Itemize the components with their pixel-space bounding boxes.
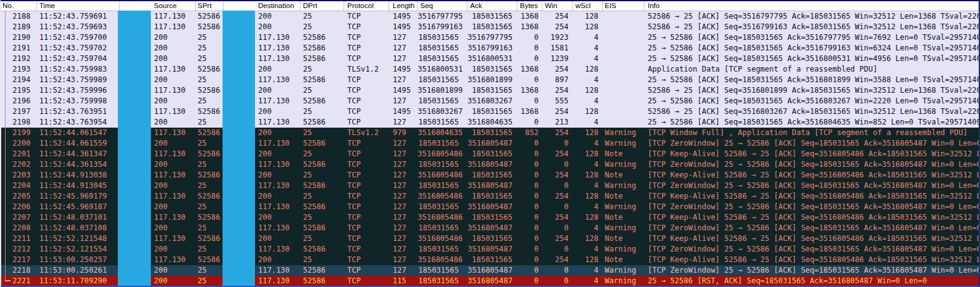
column-header-source[interactable]: Source	[120, 1, 196, 11]
cell-ack: 185031565	[468, 22, 517, 32]
column-header-protocol[interactable]: Protocol	[344, 1, 389, 11]
cell-dprt: 52586	[300, 181, 344, 191]
cell-dprt: 52586	[300, 276, 344, 286]
cell-dprt: 25	[300, 255, 344, 265]
cell-protocol: TCP	[344, 11, 389, 22]
cell-dprt: 25	[300, 149, 344, 159]
cell-seq: 3516804635	[418, 128, 468, 138]
cell-win: 897	[542, 75, 573, 85]
cell-win: 254	[542, 149, 573, 159]
cell-sprt: 25	[196, 265, 224, 276]
cell-info: 52586 → 25 [ACK] Seq=3516803267 Ack=1850…	[645, 106, 979, 117]
cell-no: 2217	[1, 255, 37, 265]
cell-dprt: 52586	[300, 265, 344, 276]
cell-wscl: 128	[573, 128, 603, 138]
column-header-wscl[interactable]: wScl	[573, 1, 603, 11]
cell-bytes: 0	[517, 212, 542, 223]
cell-dprt: 25	[300, 212, 344, 223]
cell-length: 127	[389, 244, 418, 255]
cell-info: 25 → 52586 [RST, ACK] Seq=185031565 Ack=…	[645, 276, 979, 286]
cell-wscl: 4	[573, 75, 603, 85]
column-header-info[interactable]: Info	[645, 1, 979, 11]
cell-protocol: TCP	[344, 32, 389, 43]
cell-length: 127	[389, 255, 418, 265]
cell-eis	[603, 106, 645, 117]
cell-sprt: 25	[196, 159, 224, 170]
cell-dprt: 52586	[300, 54, 344, 64]
cell-protocol: TCP	[344, 255, 389, 265]
cell-ack: 3516805487	[468, 202, 517, 212]
cell-info: [TCP Keep-Alive] 52586 → 25 [ACK] Seq=35…	[645, 233, 979, 244]
cell-dprt: 25	[300, 170, 344, 181]
cell-seq: 185031565	[418, 223, 468, 233]
column-header-no[interactable]: No.	[1, 1, 37, 11]
cell-length: 127	[389, 202, 418, 212]
packet-list-window: No.TimeSourceSPrtDestinationDPrtProtocol…	[0, 0, 980, 287]
column-header-time[interactable]: Time	[37, 1, 120, 11]
cell-bytes: 1368	[517, 64, 542, 75]
cell-time: 11:52:43.763954	[37, 117, 120, 128]
column-header-sprt[interactable]: SPrt	[196, 1, 224, 11]
cell-eis	[603, 54, 645, 64]
cell-ack: 3516805487	[468, 223, 517, 233]
related-packets-line-end	[5, 280, 11, 281]
cell-protocol: TCP	[344, 202, 389, 212]
redaction-bar-source	[118, 11, 151, 286]
cell-seq: 185031565	[418, 32, 468, 43]
cell-protocol: TCP	[344, 212, 389, 223]
cell-bytes: 0	[517, 138, 542, 149]
column-header-dprt[interactable]: DPrt	[300, 1, 344, 11]
cell-win: 254	[542, 212, 573, 223]
cell-seq: 185031565	[418, 117, 468, 128]
column-header-bytes[interactable]: Bytes	[517, 1, 542, 11]
cell-time: 11:53:00.250261	[37, 265, 120, 276]
cell-no: 2192	[1, 54, 37, 64]
cell-ack: 3516805487	[468, 138, 517, 149]
cell-eis: Warning	[603, 276, 645, 286]
cell-protocol: TCP	[344, 43, 389, 54]
cell-ack: 185031565	[468, 149, 517, 159]
cell-length: 979	[389, 128, 418, 138]
cell-bytes: 852	[517, 128, 542, 138]
cell-bytes: 0	[517, 191, 542, 202]
cell-wscl: 4	[573, 117, 603, 128]
cell-wscl: 128	[573, 149, 603, 159]
cell-ack: 3516805487	[468, 159, 517, 170]
column-header-eis[interactable]: EIS	[603, 1, 645, 11]
cell-info: [TCP ZeroWindow] 25 → 52586 [ACK] Seq=18…	[645, 244, 979, 255]
cell-sprt: 52586	[196, 64, 224, 75]
cell-dprt: 52586	[300, 96, 344, 106]
cell-win: 254	[542, 85, 573, 96]
cell-dprt: 52586	[300, 117, 344, 128]
cell-protocol: TCP	[344, 276, 389, 286]
cell-eis: Warning	[603, 223, 645, 233]
cell-dprt: 52586	[300, 223, 344, 233]
cell-sprt: 52586	[196, 85, 224, 96]
column-header-destination[interactable]: Destination	[224, 1, 300, 11]
cell-protocol: TCP	[344, 22, 389, 32]
cell-seq: 3516805486	[418, 212, 468, 223]
cell-dprt: 52586	[300, 43, 344, 54]
cell-sprt: 52586	[196, 170, 224, 181]
column-header-length[interactable]: Length	[389, 1, 418, 11]
cell-bytes: 1368	[517, 11, 542, 22]
column-header-seq[interactable]: Seq	[418, 1, 468, 11]
cell-seq: 3516805486	[418, 170, 468, 181]
cell-sprt: 25	[196, 202, 224, 212]
cell-no: 2188	[1, 11, 37, 22]
cell-eis: Warning	[603, 138, 645, 149]
cell-win: 0	[542, 181, 573, 191]
cell-info: [TCP Keep-Alive] 52586 → 25 [ACK] Seq=35…	[645, 191, 979, 202]
column-header-ack[interactable]: Ack	[468, 1, 517, 11]
column-header-win[interactable]: Win	[542, 1, 573, 11]
cell-sprt: 25	[196, 276, 224, 286]
packet-list-header: No.TimeSourceSPrtDestinationDPrtProtocol…	[1, 1, 979, 11]
cell-protocol: TCP	[344, 138, 389, 149]
cell-eis: Warning	[603, 244, 645, 255]
cell-seq: 3516799163	[418, 22, 468, 32]
cell-protocol: TCP	[344, 181, 389, 191]
cell-dprt: 25	[300, 191, 344, 202]
cell-time: 11:52:45.969187	[37, 202, 120, 212]
cell-time: 11:52:52.121548	[37, 233, 120, 244]
cell-seq: 185031565	[418, 54, 468, 64]
